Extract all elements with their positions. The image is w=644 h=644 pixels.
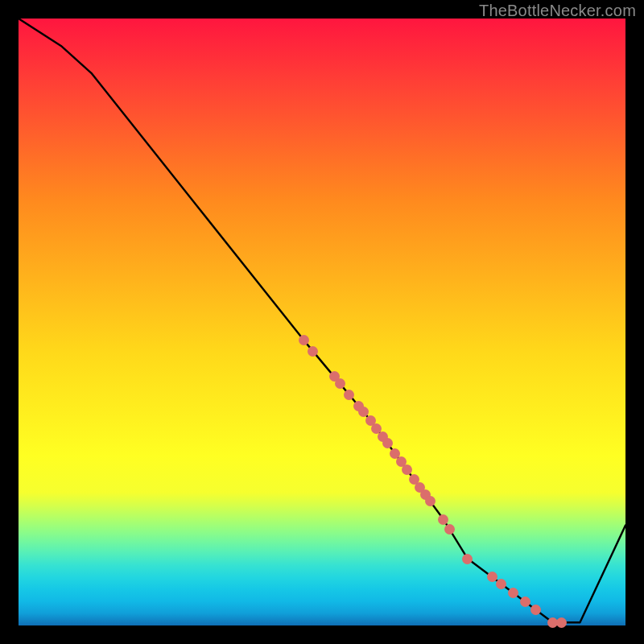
curve-dot (556, 617, 567, 628)
curve-dot (299, 335, 309, 345)
watermark-text: TheBottleNecker.com (479, 2, 636, 20)
stage: TheBottleNecker.com (0, 0, 644, 644)
curve-dot (438, 514, 448, 525)
curve-dot (508, 588, 518, 598)
curve-dot (358, 407, 369, 417)
curve-dot (308, 346, 318, 357)
curve-dot (462, 554, 473, 564)
curve-dot (487, 572, 497, 582)
curve-dot (530, 605, 541, 615)
curve-dot (425, 496, 436, 506)
curve-dot (496, 579, 506, 589)
bottleneck-heatmap-plot (19, 19, 625, 625)
curve-dot (444, 524, 455, 535)
bottleneck-curve (19, 19, 625, 625)
